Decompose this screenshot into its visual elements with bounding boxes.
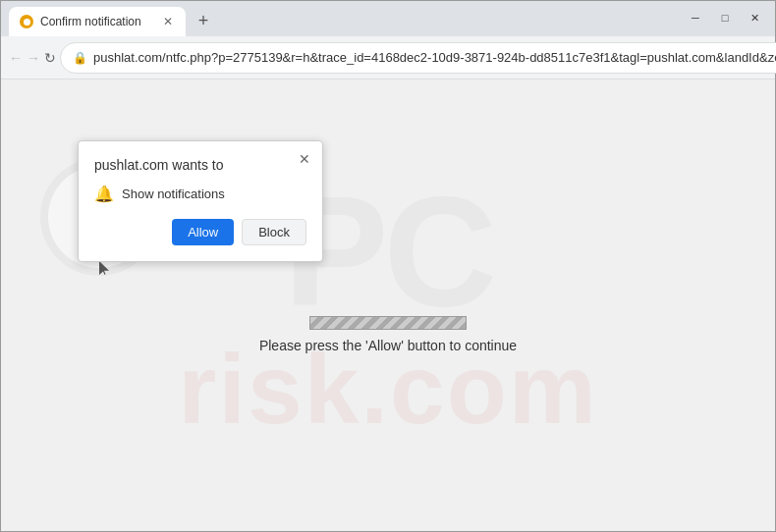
popup-notification-row: 🔔 Show notifications	[94, 185, 306, 203]
title-bar: Confirm notification ✕ + ─ □ ✕	[1, 1, 775, 36]
forward-button[interactable]: →	[27, 44, 40, 72]
notification-popup: ✕ pushlat.com wants to 🔔 Show notificati…	[78, 140, 323, 262]
new-tab-button[interactable]: +	[190, 7, 217, 34]
popup-row-text: Show notifications	[122, 186, 225, 201]
browser-tab[interactable]: Confirm notification ✕	[9, 7, 186, 36]
watermark-risk: risk.com	[178, 340, 597, 438]
allow-button[interactable]: Allow	[172, 219, 234, 245]
page-content: PC risk.com Please press the 'Allow' but…	[1, 80, 775, 531]
tab-favicon	[19, 14, 34, 29]
tab-favicon-inner	[24, 19, 30, 26]
progress-bar	[309, 316, 467, 330]
address-text: pushlat.com/ntfc.php?p=2775139&r=h&trace…	[93, 50, 776, 65]
address-bar: ← → ↻ 🔒 pushlat.com/ntfc.php?p=2775139&r…	[1, 36, 775, 80]
popup-title: pushlat.com wants to	[94, 157, 306, 173]
page-center: Please press the 'Allow' button to conti…	[259, 316, 517, 353]
block-button[interactable]: Block	[242, 219, 306, 245]
refresh-button[interactable]: ↻	[44, 44, 56, 72]
bell-icon: 🔔	[94, 185, 114, 203]
close-window-button[interactable]: ✕	[742, 7, 767, 28]
popup-buttons: Allow Block	[94, 219, 306, 245]
tab-title: Confirm notification	[40, 15, 154, 28]
back-button[interactable]: ←	[9, 44, 23, 72]
tab-close-button[interactable]: ✕	[160, 14, 176, 29]
browser-window: Confirm notification ✕ + ─ □ ✕ ← → ↻ 🔒 p…	[0, 0, 776, 532]
tab-favicon-circle	[20, 15, 33, 28]
popup-close-button[interactable]: ✕	[295, 149, 314, 169]
window-controls: ─ □ ✕	[683, 7, 767, 28]
address-input-wrapper[interactable]: 🔒 pushlat.com/ntfc.php?p=2775139&r=h&tra…	[60, 42, 776, 74]
lock-icon: 🔒	[73, 51, 87, 65]
maximize-button[interactable]: □	[712, 7, 738, 28]
page-instruction: Please press the 'Allow' button to conti…	[259, 338, 517, 353]
minimize-button[interactable]: ─	[683, 7, 708, 28]
